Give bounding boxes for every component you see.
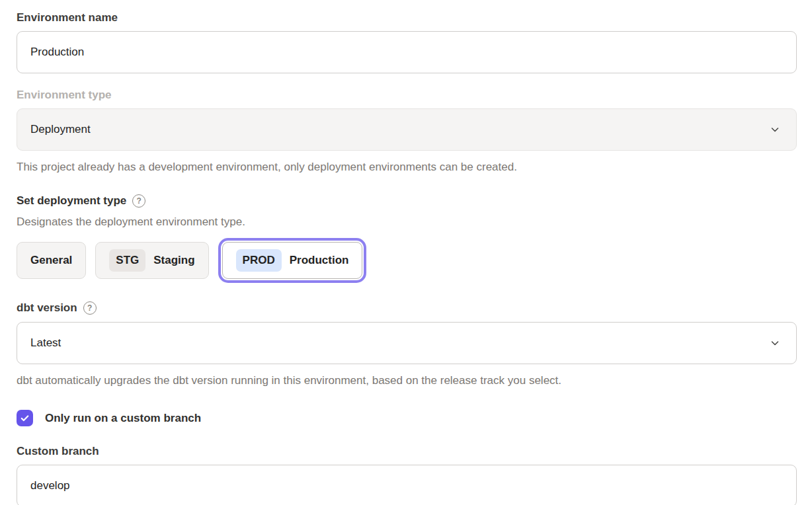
question-circle-icon[interactable]: ? xyxy=(83,301,97,315)
deployment-type-general-label: General xyxy=(30,254,72,267)
custom-branch-input[interactable] xyxy=(17,465,797,505)
chevron-down-icon xyxy=(770,338,780,348)
custom-branch-label: Custom branch xyxy=(17,444,797,459)
environment-type-helper: This project already has a development e… xyxy=(17,160,797,175)
deployment-type-general-button[interactable]: General xyxy=(17,242,86,279)
set-deployment-type-title: Set deployment type xyxy=(17,194,126,208)
chevron-down-icon xyxy=(770,124,780,135)
deployment-type-production-button[interactable]: PROD Production xyxy=(222,242,363,279)
environment-name-label: Environment name xyxy=(17,11,797,25)
custom-branch-checkbox[interactable] xyxy=(17,410,33,426)
dbt-version-label: dbt version xyxy=(17,301,77,315)
set-deployment-type-description: Designates the deployment environment ty… xyxy=(17,215,797,229)
dbt-version-select[interactable]: Latest xyxy=(17,322,797,364)
environment-type-select[interactable]: Deployment xyxy=(17,108,797,151)
environment-settings-form: Environment name Environment type Deploy… xyxy=(0,0,812,505)
dbt-version-helper: dbt automatically upgrades the dbt versi… xyxy=(17,373,797,388)
dbt-version-value: Latest xyxy=(30,336,61,350)
deployment-type-staging-label: Staging xyxy=(153,254,194,267)
deployment-type-production-label: Production xyxy=(290,254,349,267)
deployment-type-staging-button[interactable]: STG Staging xyxy=(95,242,208,279)
environment-type-label: Environment type xyxy=(17,88,797,102)
question-circle-icon[interactable]: ? xyxy=(132,194,145,208)
dbt-version-label-row: dbt version ? xyxy=(17,301,797,315)
custom-branch-toggle-label: Only run on a custom branch xyxy=(45,412,201,425)
staging-badge: STG xyxy=(109,249,145,272)
deployment-type-options: General STG Staging PROD Production xyxy=(17,240,797,281)
production-badge: PROD xyxy=(236,249,282,272)
set-deployment-type-heading: Set deployment type ? xyxy=(17,194,797,208)
environment-name-input[interactable] xyxy=(17,31,797,73)
environment-type-value: Deployment xyxy=(30,123,91,136)
custom-branch-toggle-row: Only run on a custom branch xyxy=(17,410,797,426)
checkmark-icon xyxy=(20,413,30,423)
